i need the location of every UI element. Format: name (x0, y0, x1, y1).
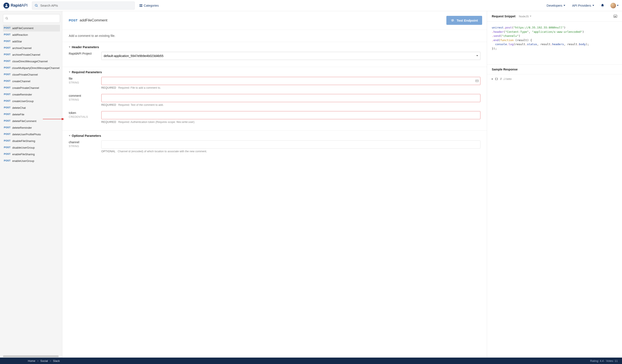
endpoint-item-name: closePrivateChannel (12, 73, 38, 76)
breadcrumb-link[interactable]: Social (40, 359, 48, 363)
endpoint-item-method: POST (4, 40, 11, 43)
endpoint-item-name: disableFileSharing (12, 139, 35, 143)
language-select[interactable]: NodeJS (519, 15, 531, 18)
share-icon[interactable] (613, 15, 617, 18)
endpoint-item-method: POST (4, 66, 10, 70)
endpoint-item[interactable]: POSTdeleteUserProfilePhoto (3, 131, 60, 138)
endpoint-item-name: archiveChannel (12, 46, 32, 50)
global-search[interactable] (32, 1, 135, 10)
section-title-required-params[interactable]: Required Parameters (69, 70, 480, 74)
endpoint-item[interactable]: POSTcreateChannel (3, 78, 60, 85)
endpoint-item[interactable]: POSTaddStar (3, 38, 60, 45)
categories-link[interactable]: Categories (139, 3, 159, 8)
user-menu[interactable] (610, 3, 619, 8)
endpoint-item-method: POST (4, 146, 11, 149)
brace-icon: {} (495, 77, 498, 80)
endpoint-item[interactable]: POSTcreateUserGroup (3, 98, 60, 104)
param-name: channel (69, 140, 97, 144)
endpoint-item[interactable]: POSTdeleteFileComment (3, 118, 60, 124)
endpoint-item-method: POST (4, 106, 11, 109)
global-search-input[interactable] (40, 4, 132, 7)
breadcrumb-link[interactable]: Slack (53, 359, 60, 363)
endpoint-item-name: deleteFile (12, 113, 24, 116)
sidebar-horizontal-scrollbar[interactable] (3, 355, 59, 357)
breadcrumb-separator: > (37, 359, 39, 363)
required-parameters-section: Required Parameters fileSTRINGREQUIREDRe… (62, 67, 487, 131)
endpoint-item-method: POST (4, 99, 11, 103)
categories-label: Categories (144, 4, 159, 7)
endpoint-method: POST (69, 19, 78, 22)
endpoint-item-name: createUserGroup (12, 99, 34, 103)
endpoint-item[interactable]: POSTarchivePrivateChannel (3, 51, 60, 58)
code-snippet[interactable]: unirest.post("https://8.35.192.55:8080nu… (487, 22, 622, 64)
chevron-down-icon (564, 5, 565, 6)
svg-line-8 (7, 19, 8, 19)
endpoint-item[interactable]: POSTclosePrivateChannel (3, 71, 60, 78)
param-input-file[interactable] (101, 77, 480, 85)
section-title-header-params[interactable]: Header Parameters (69, 45, 480, 49)
param-name: token (69, 111, 97, 115)
sample-response-body[interactable]: {} 0 items (487, 74, 622, 83)
footer-rating: Rating: 4.4 - Votes: 11 (590, 359, 618, 363)
endpoint-item-method: POST (4, 93, 11, 96)
nav-developers[interactable]: Developers (546, 3, 566, 8)
chevron-down-icon (592, 5, 594, 6)
endpoint-item[interactable]: POSTarchiveChannel (3, 45, 60, 51)
search-icon (35, 4, 38, 7)
header-params-title: Header Parameters (72, 45, 99, 49)
project-label: RapidAPI Project (69, 52, 97, 55)
header-parameters-section: Header Parameters RapidAPI Project defau… (62, 42, 487, 67)
endpoint-item[interactable]: POSTcloseMultipartyDirectMessageChannel (3, 65, 60, 71)
endpoint-item-name: disableUserGroup (12, 146, 35, 149)
param-tag: REQUIRED (101, 120, 116, 124)
endpoint-list[interactable]: POSTaddFileCommentPOSTaddReactionPOSTadd… (3, 25, 60, 355)
endpoint-item[interactable]: POSTaddFileComment (3, 25, 60, 32)
endpoint-item[interactable]: POSTdisableUserGroup (3, 144, 60, 151)
endpoint-item[interactable]: POSTdisableFileSharing (3, 138, 60, 144)
nav-api-providers[interactable]: API Providers (572, 3, 595, 8)
triangle-right-icon (492, 78, 493, 80)
param-input-comment[interactable] (101, 94, 480, 102)
endpoint-item-name: closeDirectMessageChannel (12, 60, 48, 63)
rapidapi-project-select[interactable]: default-application_5947e9b9e4b023d4b55 (101, 52, 480, 60)
endpoint-item[interactable]: POSTenableUserGroup (3, 158, 60, 164)
triangle-down-icon (69, 72, 70, 73)
endpoint-item[interactable]: POSTdeleteReminder (3, 124, 60, 131)
param-input-token[interactable] (101, 111, 480, 119)
endpoint-item-method: POST (4, 33, 11, 37)
center-header: POST addFileComment Test Endpoint (62, 11, 487, 30)
param-help-text: Required: Text of the comment to add. (118, 103, 164, 106)
notifications-icon[interactable] (601, 4, 604, 7)
endpoint-item[interactable]: POSTdeleteFile (3, 111, 60, 118)
sidebar-search[interactable] (3, 14, 60, 23)
param-help-text: Required: File to add a comment to. (118, 86, 161, 89)
param-row-project: RapidAPI Project default-application_594… (69, 52, 480, 60)
endpoint-item[interactable]: POSTcreatePrivateChannel (3, 85, 60, 91)
test-endpoint-button[interactable]: Test Endpoint (446, 16, 482, 25)
endpoint-item-name: addReaction (12, 33, 28, 37)
logo-icon (3, 2, 9, 9)
top-nav: RapidAPI Categories Developers API Provi… (0, 0, 622, 11)
section-title-optional-params[interactable]: Optional Parameters (69, 134, 480, 137)
param-input-channel[interactable] (101, 140, 480, 149)
sample-response-title: Sample Response (487, 64, 622, 74)
breadcrumb-link[interactable]: Home (28, 359, 35, 363)
endpoint-item-method: POST (4, 113, 11, 116)
param-type: STRING (69, 81, 97, 84)
optional-parameters-section: Optional Parameters channelSTRINGOPTIONA… (62, 131, 487, 160)
param-row: tokenCREDENTIALSREQUIREDRequired: Authen… (69, 111, 480, 124)
optional-params-title: Optional Parameters (72, 134, 101, 137)
endpoint-item-method: POST (4, 80, 11, 83)
svg-rect-5 (140, 6, 141, 7)
endpoint-item[interactable]: POSTenableFileSharing (3, 151, 60, 158)
endpoint-item[interactable]: POSTdeleteChat (3, 104, 60, 111)
svg-rect-6 (141, 6, 142, 7)
endpoint-item-method: POST (4, 119, 11, 123)
logo[interactable]: RapidAPI (3, 2, 28, 9)
top-nav-right: Developers API Providers (546, 3, 619, 8)
credentials-icon[interactable] (475, 79, 479, 82)
endpoint-item[interactable]: POSTcreateReminder (3, 91, 60, 98)
endpoint-item-method: POST (4, 126, 11, 129)
endpoint-item[interactable]: POSTaddReaction (3, 32, 60, 38)
endpoint-item[interactable]: POSTcloseDirectMessageChannel (3, 58, 60, 65)
